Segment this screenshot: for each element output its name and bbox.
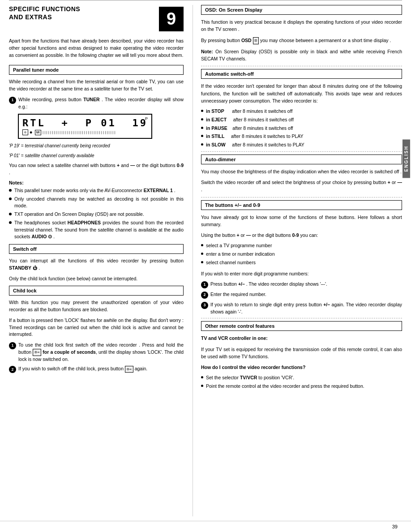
- bullet-stop: in STOP after 8 minutes it switches off: [201, 108, 402, 115]
- buttons-section-title: The buttons +/– and 0-9: [201, 200, 402, 210]
- left-column: SPECIFIC FUNCTIONS AND EXTRAS 9 Apart fr…: [9, 5, 184, 516]
- bullet-dot-1: [9, 189, 12, 192]
- chapter-title-text: SPECIFIC FUNCTIONS AND EXTRAS: [9, 5, 159, 21]
- intro-text: Apart from the functions that have alrea…: [9, 38, 184, 59]
- bullet-tv-programme: select a TV programme number: [201, 242, 402, 249]
- how-title: How do I control the video recorder func…: [201, 364, 402, 371]
- bullet-dot-stop: [201, 110, 203, 112]
- chapter-title: SPECIFIC FUNCTIONS AND EXTRAS: [9, 5, 159, 21]
- buttons-text1: You have already got to know some of the…: [201, 214, 402, 228]
- bullet-dot-pause: [201, 127, 203, 129]
- display-box: P RTL + P 01 19 ⊙ ● NR |||||||||||||||||…: [18, 114, 152, 139]
- bullet-dot-4: [9, 221, 12, 224]
- bullet-dot-remote2: [201, 385, 203, 387]
- buttons-step1: 1 Press button +/– . The video recorder …: [201, 281, 402, 288]
- buttons-text3: If you wish to enter more digit programm…: [201, 270, 402, 277]
- page-number: 39: [0, 521, 411, 532]
- remote-bullet1: Set the selector TV/VCR to position 'VCR…: [201, 374, 402, 382]
- step-b-1-text: Press button +/– . The video recorder di…: [210, 281, 402, 288]
- bullet-pause: in PAUSE after 8 minutes it switches off: [201, 125, 402, 132]
- display-sub-icons: ⊙ ● NR |||||||||||||||||||||||||||||||||…: [22, 129, 148, 135]
- note-2: Only uncoded channels may be watched as …: [9, 196, 184, 210]
- step-b-3-text: If you wish to return to single digit en…: [210, 301, 402, 316]
- bullet-dot-channel: [201, 261, 203, 263]
- bullet-slow: in SLOW after 8 minutes it switches to P…: [201, 142, 402, 149]
- step-b-1-indicator: 1: [201, 281, 208, 288]
- step-cl-1-text: To use the child lock first switch off t…: [18, 342, 184, 363]
- bullet-dot-2: [9, 197, 12, 200]
- caption-1: 'P 19' = terrestrial channel currently b…: [9, 142, 184, 150]
- osd-note: Note: On Screen Display (OSD) is possibl…: [201, 48, 402, 63]
- step-1-indicator: 1: [9, 97, 16, 104]
- bullet-time: enter a time or number indication: [201, 251, 402, 258]
- bullet-dot-time: [201, 253, 203, 255]
- content-area: SPECIFIC FUNCTIONS AND EXTRAS 9 Apart fr…: [0, 0, 411, 521]
- osd-section-title: OSD: On Screen Display: [201, 5, 402, 15]
- right-column: OSD: On Screen Display This function is …: [193, 5, 402, 516]
- parallel-tuner-text1: While recording a channel from the terre…: [9, 78, 184, 93]
- note-1: This parallel tuner mode works only via …: [9, 187, 184, 194]
- tv-vcr-title: TV and VCR controller in one:: [201, 335, 402, 342]
- notes-section: Notes: This parallel tuner mode works on…: [9, 180, 184, 240]
- p-label: P: [145, 116, 148, 121]
- auto-switch-section-title: Automatic switch-off: [201, 69, 402, 79]
- buttons-can-bullets: select a TV programme number enter a tim…: [201, 242, 402, 266]
- buttons-text2: Using the button + or — or the digit but…: [201, 232, 402, 239]
- child-lock-text1: With this function you may prevent the u…: [9, 299, 184, 313]
- auto-dimmer-text1: You may choose the brightness of the dis…: [201, 168, 402, 175]
- step-b-2-indicator: 2: [201, 292, 208, 299]
- parallel-tuner-text2: You can now select a satellite channel w…: [9, 162, 184, 176]
- auto-dimmer-section-title: Auto-dimmer: [201, 154, 402, 164]
- english-sidebar: ENGLISH: [402, 139, 410, 178]
- step-b-3-indicator: 3: [201, 302, 208, 309]
- parallel-tuner-section-title: Parallel tuner mode: [9, 65, 184, 75]
- chapter-header: SPECIFIC FUNCTIONS AND EXTRAS 9: [9, 5, 184, 31]
- step-1-text: While recording, press button TUNER . Th…: [18, 96, 184, 111]
- switch-off-text1: You can interrupt all the functions of t…: [9, 257, 184, 272]
- remote-bullet2: Point the remote control at the video re…: [201, 383, 402, 390]
- bullet-dot-eject: [201, 118, 203, 120]
- bullet-still: in STILL after 8 minutes it switches to …: [201, 133, 402, 140]
- chapter-number: 9: [159, 7, 184, 31]
- display-main-text: RTL + P 01 19: [22, 117, 148, 129]
- buttons-step3: 3 If you wish to return to single digit …: [201, 301, 402, 316]
- bullet-eject: in EJECT after 8 minutes it switches off: [201, 116, 402, 124]
- bullet-dot-3: [9, 213, 12, 215]
- page: SPECIFIC FUNCTIONS AND EXTRAS 9 Apart fr…: [0, 0, 411, 532]
- child-lock-text2: If a button is pressed then 'LOCK' flash…: [9, 317, 184, 338]
- auto-switch-bullets: in STOP after 8 minutes it switches off …: [201, 108, 402, 149]
- osd-text2: By pressing button OSD ⊡ you may choose …: [201, 37, 402, 44]
- step-cl-1-indicator: 1: [9, 342, 16, 349]
- child-lock-step2: 2 If you wish to switch off the child lo…: [9, 365, 184, 373]
- step-cl-2-indicator: 2: [9, 366, 16, 373]
- bullet-dot-slow: [201, 143, 203, 146]
- auto-dimmer-text2: Switch the video recorder off and select…: [201, 179, 402, 193]
- other-remote-text1: If your TV set is equipped for receiving…: [201, 346, 402, 360]
- bullet-channel: select channel numbers: [201, 259, 402, 266]
- osd-text1: This function is very practical because …: [201, 18, 402, 33]
- child-lock-section-title: Child lock: [9, 286, 184, 296]
- caption-2: 'P 01' = satellite channel currently ava…: [9, 152, 184, 159]
- note-4: The headphones socket HEADPHONES provide…: [9, 219, 184, 240]
- buttons-step2: 2 Enter the required number.: [201, 291, 402, 299]
- other-remote-section-title: Other remote control features: [201, 321, 402, 331]
- switch-off-text2: Only the child lock function (see below)…: [9, 275, 184, 283]
- switch-off-section-title: Switch off: [9, 244, 184, 254]
- notes-title: Notes:: [9, 180, 184, 185]
- parallel-tuner-step1: 1 While recording, press button TUNER . …: [9, 96, 184, 111]
- bullet-dot-still: [201, 135, 203, 137]
- step-cl-2-text: If you wish to switch off the child lock…: [18, 365, 184, 373]
- bullet-dot-tv: [201, 244, 203, 246]
- auto-switch-text1: If the video recorder isn't operated for…: [201, 82, 402, 104]
- child-lock-step1: 1 To use the child lock first switch off…: [9, 342, 184, 363]
- note-3: TXT operation and On Screen Display (OSD…: [9, 211, 184, 218]
- bullet-dot-remote1: [201, 376, 203, 378]
- step-b-2-text: Enter the required number.: [210, 291, 402, 298]
